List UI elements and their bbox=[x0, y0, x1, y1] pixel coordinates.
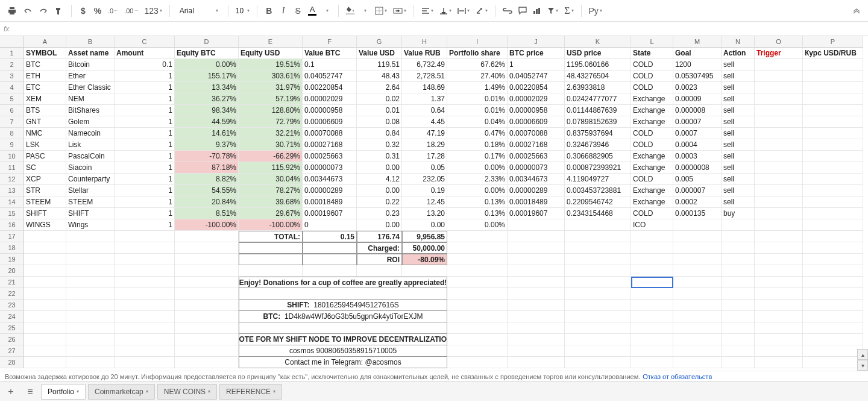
row-header[interactable]: 19 bbox=[0, 254, 24, 265]
total-cell[interactable]: TOTAL: bbox=[239, 231, 303, 242]
value-btc-cell[interactable]: 0.04052747 bbox=[303, 71, 357, 82]
text-wrap-icon[interactable]: ▾ bbox=[455, 3, 472, 19]
column-header[interactable]: H bbox=[402, 36, 447, 48]
equity-usd-cell[interactable]: 32.21% bbox=[239, 128, 303, 139]
action-cell[interactable]: sell bbox=[722, 139, 755, 151]
header-cell[interactable]: Value BTC bbox=[303, 48, 357, 59]
equity-usd-cell[interactable]: 31.97% bbox=[239, 82, 303, 93]
total-cell[interactable] bbox=[66, 231, 115, 242]
column-header[interactable]: J bbox=[508, 36, 565, 48]
cell[interactable] bbox=[722, 311, 755, 322]
cell[interactable] bbox=[508, 322, 565, 334]
btc-price-cell[interactable] bbox=[508, 219, 565, 231]
symbol-cell[interactable]: STEEM bbox=[24, 196, 66, 208]
value-btc-cell[interactable]: 0.00025663 bbox=[303, 151, 357, 162]
cell[interactable] bbox=[755, 357, 803, 368]
cell[interactable] bbox=[175, 311, 239, 322]
cell[interactable] bbox=[565, 277, 631, 288]
cell[interactable] bbox=[115, 345, 175, 357]
amount-cell[interactable]: 1 bbox=[115, 185, 175, 196]
symbol-cell[interactable]: WINGS bbox=[24, 219, 66, 231]
value-usd-cell[interactable]: 0.32 bbox=[357, 139, 402, 151]
trigger-cell[interactable] bbox=[755, 82, 803, 93]
equity-usd-cell[interactable]: 19.51% bbox=[239, 59, 303, 71]
rate-cell[interactable] bbox=[803, 128, 863, 139]
goal-cell[interactable]: 0.0023 bbox=[673, 82, 722, 93]
row-header[interactable]: 2 bbox=[0, 59, 24, 71]
btc-price-cell[interactable]: 1 bbox=[508, 59, 565, 71]
decrease-decimal-icon[interactable]: .0← bbox=[105, 3, 121, 19]
rate-cell[interactable] bbox=[803, 151, 863, 162]
cell[interactable] bbox=[631, 311, 673, 322]
header-cell[interactable]: State bbox=[631, 48, 673, 59]
value-rub-cell[interactable]: 0.19 bbox=[402, 185, 447, 196]
trigger-cell[interactable] bbox=[755, 196, 803, 208]
cell[interactable] bbox=[508, 265, 565, 277]
percent-icon[interactable]: % bbox=[91, 3, 104, 19]
cell[interactable] bbox=[722, 300, 755, 311]
cell[interactable] bbox=[24, 322, 66, 334]
roi-cell[interactable]: -80.09% bbox=[402, 254, 447, 265]
cell[interactable] bbox=[24, 277, 66, 288]
value-rub-cell[interactable]: 4.45 bbox=[402, 116, 447, 128]
cell[interactable] bbox=[722, 334, 755, 345]
value-usd-cell[interactable]: 48.43 bbox=[357, 71, 402, 82]
usd-price-cell[interactable]: 0.2209546742 bbox=[565, 196, 631, 208]
cell[interactable] bbox=[447, 265, 508, 277]
merge-cells-icon[interactable]: ▾ bbox=[391, 3, 409, 19]
total-cell[interactable]: 0.15 bbox=[303, 231, 357, 242]
amount-cell[interactable]: 1 bbox=[115, 116, 175, 128]
header-cell[interactable]: Equity BTC bbox=[175, 48, 239, 59]
roi-cell[interactable] bbox=[24, 254, 66, 265]
amount-cell[interactable]: 1 bbox=[115, 196, 175, 208]
row-header[interactable]: 4 bbox=[0, 82, 24, 93]
cell[interactable] bbox=[175, 357, 239, 368]
cell[interactable] bbox=[175, 277, 239, 288]
sheet-tab[interactable]: REFERENCE▾ bbox=[219, 384, 282, 400]
cell[interactable] bbox=[673, 322, 722, 334]
value-usd-cell[interactable]: 2.64 bbox=[357, 82, 402, 93]
cell[interactable] bbox=[447, 311, 508, 322]
header-cell[interactable]: Курс USD/RUB bbox=[803, 48, 863, 59]
row-header[interactable]: 7 bbox=[0, 116, 24, 128]
value-rub-cell[interactable]: 0.64 bbox=[402, 105, 447, 116]
cell[interactable] bbox=[115, 277, 175, 288]
cell[interactable] bbox=[803, 300, 863, 311]
value-btc-cell[interactable]: 0.00002029 bbox=[303, 93, 357, 105]
rate-cell[interactable] bbox=[803, 208, 863, 219]
redo-icon[interactable] bbox=[36, 3, 51, 19]
cell[interactable] bbox=[115, 265, 175, 277]
cell[interactable] bbox=[508, 357, 565, 368]
symbol-cell[interactable]: ETC bbox=[24, 82, 66, 93]
print-icon[interactable] bbox=[5, 3, 19, 19]
formula-input[interactable] bbox=[14, 23, 864, 35]
amount-cell[interactable]: 1 bbox=[115, 208, 175, 219]
btc-price-cell[interactable]: 0.00220854 bbox=[508, 82, 565, 93]
cell[interactable] bbox=[24, 288, 66, 300]
total-cell[interactable] bbox=[447, 231, 508, 242]
total-cell[interactable] bbox=[722, 231, 755, 242]
state-cell[interactable]: ICO bbox=[631, 219, 673, 231]
cell[interactable] bbox=[803, 345, 863, 357]
cell[interactable] bbox=[631, 300, 673, 311]
equity-usd-cell[interactable]: -66.29% bbox=[239, 151, 303, 162]
trigger-cell[interactable] bbox=[755, 174, 803, 185]
row-header[interactable]: 27 bbox=[0, 345, 24, 357]
goal-cell[interactable]: 0.000008 bbox=[673, 105, 722, 116]
total-cell[interactable] bbox=[115, 231, 175, 242]
cell[interactable] bbox=[447, 322, 508, 334]
value-btc-cell[interactable]: 0.00070088 bbox=[303, 128, 357, 139]
usd-price-cell[interactable]: 0.3066882905 bbox=[565, 151, 631, 162]
bold-icon[interactable]: B bbox=[262, 3, 275, 19]
rate-cell[interactable] bbox=[803, 174, 863, 185]
trigger-cell[interactable] bbox=[755, 71, 803, 82]
rate-cell[interactable] bbox=[803, 162, 863, 174]
goal-cell[interactable]: 1200 bbox=[673, 59, 722, 71]
cell[interactable] bbox=[66, 322, 115, 334]
cell[interactable] bbox=[175, 322, 239, 334]
share-cell[interactable]: 67.62% bbox=[447, 59, 508, 71]
cell[interactable] bbox=[66, 311, 115, 322]
name-cell[interactable]: SHIFT bbox=[66, 208, 115, 219]
equity-btc-cell[interactable]: -100.00% bbox=[175, 219, 239, 231]
header-cell[interactable]: Value RUB bbox=[402, 48, 447, 59]
